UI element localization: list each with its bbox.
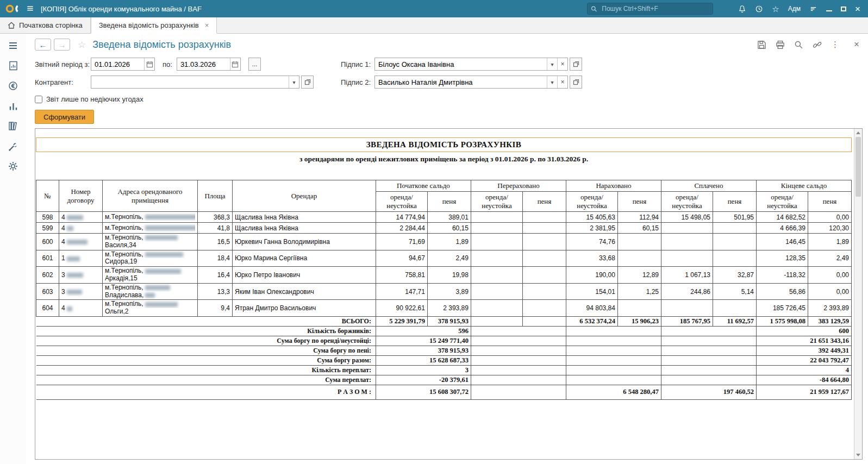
table-cell[interactable]: 3,89	[427, 283, 471, 300]
table-cell[interactable]: 71,69	[376, 234, 427, 250]
signature1-field[interactable]: ▾ ×	[374, 58, 568, 71]
table-cell[interactable]: 3	[376, 365, 471, 375]
table-cell[interactable]	[471, 365, 566, 375]
table-cell[interactable]	[471, 385, 566, 399]
table-cell[interactable]: 2 393,89	[808, 300, 852, 317]
table-cell[interactable]	[471, 316, 522, 326]
table-cell[interactable]	[471, 212, 522, 223]
table-cell[interactable]: м.Тернопіль,Аркадія,15	[103, 267, 198, 284]
table-cell[interactable]: 14 682,52	[757, 212, 808, 223]
notifications-bell-icon[interactable]	[738, 5, 746, 13]
chevron-down-icon[interactable]: ▾	[289, 76, 299, 88]
scrollbar-thumb[interactable]	[855, 137, 861, 197]
table-cell[interactable]: 94,67	[376, 250, 427, 267]
table-cell[interactable]	[471, 346, 566, 355]
table-cell[interactable]: 1,25	[617, 283, 661, 300]
table-cell[interactable]: Сума боргу по пені:	[36, 346, 376, 355]
table-cell[interactable]: Юрко Петро Іванович	[233, 267, 376, 284]
window-close-button[interactable]: ×	[855, 4, 860, 14]
table-cell[interactable]: 21 959 127,67	[757, 385, 852, 399]
table-cell[interactable]: 21 651 343,16	[757, 336, 852, 346]
table-cell[interactable]: 128,35	[757, 250, 808, 267]
table-cell[interactable]	[661, 375, 756, 385]
table-cell[interactable]	[471, 336, 566, 346]
table-cell[interactable]: 600	[757, 326, 852, 336]
table-cell[interactable]	[522, 316, 566, 326]
table-cell[interactable]: 2 284,44	[376, 223, 427, 234]
table-cell[interactable]	[713, 223, 756, 234]
table-cell[interactable]: 60,15	[617, 223, 661, 234]
table-cell[interactable]: м.Тернопіль,Василя,34	[103, 234, 198, 250]
table-cell[interactable]	[522, 283, 566, 300]
table-cell[interactable]: 3	[59, 267, 103, 284]
table-cell[interactable]: 154,01	[566, 283, 617, 300]
sidebar-item-catalogs[interactable]	[7, 121, 19, 131]
table-cell[interactable]: Сума боргу разом:	[36, 355, 376, 365]
table-cell[interactable]: Кількість боржників:	[36, 326, 376, 336]
table-cell[interactable]: 0,00	[808, 283, 852, 300]
table-cell[interactable]	[566, 326, 661, 336]
table-cell[interactable]: 4	[59, 212, 103, 223]
table-cell[interactable]: 90 922,61	[376, 300, 427, 317]
table-cell[interactable]: 190,00	[566, 267, 617, 284]
table-cell[interactable]: 0,00	[808, 267, 852, 284]
table-cell[interactable]	[471, 283, 522, 300]
favorite-star-icon[interactable]: ☆	[78, 39, 86, 51]
table-cell[interactable]: 383 129,59	[808, 316, 852, 326]
table-cell[interactable]: 15 906,23	[617, 316, 661, 326]
close-button[interactable]: ×	[854, 39, 859, 50]
table-cell[interactable]: 603	[36, 283, 59, 300]
table-cell[interactable]	[661, 336, 756, 346]
signature2-input[interactable]	[375, 78, 547, 86]
table-cell[interactable]: м.Тернопіль,Владислава,	[103, 283, 198, 300]
table-cell[interactable]: Кількість переплат:	[36, 365, 376, 375]
table-cell[interactable]: Сума переплат:	[36, 375, 376, 385]
preview-icon[interactable]	[794, 40, 803, 49]
table-cell[interactable]: 56,86	[757, 283, 808, 300]
table-cell[interactable]: м.Тернопіль,Ольги,2	[103, 300, 198, 317]
table-cell[interactable]	[471, 267, 522, 284]
table-cell[interactable]	[661, 355, 756, 365]
table-cell[interactable]: 112,94	[617, 212, 661, 223]
period-from-input[interactable]	[91, 60, 144, 68]
table-cell[interactable]: 596	[376, 326, 471, 336]
table-cell[interactable]: 16,5	[198, 234, 233, 250]
table-cell[interactable]: 392 449,31	[757, 346, 852, 355]
table-cell[interactable]: Сума боргу по оренді/неустойці:	[36, 336, 376, 346]
table-cell[interactable]	[661, 346, 756, 355]
scroll-up-arrow[interactable]	[854, 129, 862, 137]
table-cell[interactable]	[471, 355, 566, 365]
table-cell[interactable]: Ятран Дмитро Васильович	[233, 300, 376, 317]
table-cell[interactable]	[522, 234, 566, 250]
table-cell[interactable]: 1 575 998,08	[757, 316, 808, 326]
table-cell[interactable]: 197 460,52	[661, 385, 756, 399]
table-cell[interactable]: Щаслива Інна Яківна	[233, 212, 376, 223]
table-cell[interactable]	[713, 234, 756, 250]
sidebar-item-money[interactable]	[7, 80, 19, 91]
sidebar-item-menu[interactable]	[7, 40, 19, 51]
forward-button[interactable]: →	[54, 39, 70, 51]
table-cell[interactable]	[617, 234, 661, 250]
table-cell[interactable]: 120,30	[808, 223, 852, 234]
table-cell[interactable]: 4	[59, 234, 103, 250]
calendar-icon[interactable]	[144, 58, 154, 70]
current-user[interactable]: Адм	[788, 5, 801, 12]
table-cell[interactable]: 9,4	[198, 300, 233, 317]
table-cell[interactable]: 5 229 391,79	[376, 316, 427, 326]
tab-report[interactable]: Зведена відомість розрахунків ×	[91, 17, 217, 34]
clear-icon[interactable]: ×	[557, 58, 567, 70]
report-title[interactable]: ЗВЕДЕНА ВІДОМІСТЬ РОЗРАХУНКІВ	[36, 137, 852, 152]
table-cell[interactable]: 147,71	[376, 283, 427, 300]
table-cell[interactable]: 18,4	[198, 250, 233, 267]
table-cell[interactable]: м.Тернопіль,Сидора,19	[103, 250, 198, 267]
table-cell[interactable]: 2,49	[427, 250, 471, 267]
table-cell[interactable]: -84 664,80	[757, 375, 852, 385]
table-cell[interactable]	[661, 250, 713, 267]
global-search[interactable]	[587, 3, 713, 15]
table-cell[interactable]	[617, 300, 661, 317]
table-cell[interactable]: 378 915,93	[427, 316, 471, 326]
table-cell[interactable]: ВСЬОГО:	[36, 316, 376, 326]
table-cell[interactable]: 32,87	[713, 267, 756, 284]
history-icon[interactable]	[755, 5, 763, 13]
table-cell[interactable]	[566, 346, 661, 355]
